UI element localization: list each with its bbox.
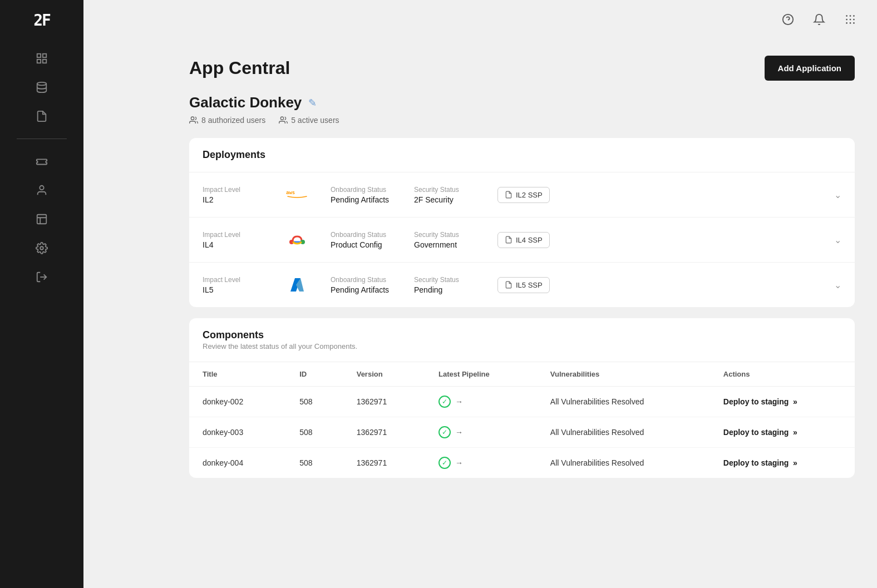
il2-security-value: 2F Security — [414, 195, 475, 204]
svg-point-21 — [281, 117, 284, 120]
row1-version: 1362971 — [343, 387, 425, 417]
deployment-row-il2: Impact Level IL2 aws Onboarding Status P… — [189, 172, 855, 218]
pipeline-arrow-icon: → — [455, 428, 463, 437]
pipeline-check-icon: ✓ — [438, 457, 451, 469]
app-meta: 8 authorized users 5 active users — [189, 116, 855, 125]
deploy-staging-button-3[interactable]: Deploy to staging » — [723, 458, 841, 467]
row3-version: 1362971 — [343, 448, 425, 478]
il4-security-value: Government — [414, 240, 475, 249]
col-title: Title — [189, 362, 286, 387]
il2-cloud-icon: aws — [286, 184, 308, 206]
sidebar-item-user[interactable] — [29, 178, 54, 202]
il5-impact-label: Impact Level — [203, 276, 264, 284]
svg-rect-6 — [37, 215, 47, 224]
apps-icon[interactable] — [840, 9, 860, 29]
il4-onboarding-field: Onboarding Status Product Config — [331, 231, 392, 249]
il5-ssp-badge[interactable]: IL5 SSP — [497, 277, 550, 293]
sidebar-item-ticket[interactable] — [29, 149, 54, 174]
row2-id: 508 — [286, 417, 343, 448]
sidebar-item-building[interactable] — [29, 207, 54, 231]
help-icon[interactable] — [778, 9, 798, 29]
svg-rect-0 — [37, 54, 41, 57]
bell-icon[interactable] — [809, 9, 829, 29]
svg-point-14 — [846, 19, 848, 21]
deployments-header: Deployments — [189, 138, 855, 172]
il5-ssp-doc-icon — [505, 281, 513, 289]
col-pipeline: Latest Pipeline — [425, 362, 537, 387]
svg-point-18 — [850, 22, 851, 24]
sidebar: 2F — [0, 0, 83, 588]
authorized-users-label: 8 authorized users — [201, 116, 265, 125]
il2-impact-value: IL2 — [203, 195, 264, 204]
il5-onboarding-value: Pending Artifacts — [331, 285, 392, 294]
active-users-label: 5 active users — [291, 116, 339, 125]
il5-cloud-icon — [286, 274, 308, 296]
svg-text:aws: aws — [286, 190, 295, 195]
components-table-body: donkey-002 508 1362971 ✓ → All Vulnerabi… — [189, 387, 855, 478]
svg-point-7 — [40, 246, 43, 250]
col-id: ID — [286, 362, 343, 387]
svg-point-15 — [850, 19, 851, 21]
svg-rect-1 — [43, 54, 46, 57]
page-header: App Central Add Application — [189, 56, 855, 81]
svg-point-5 — [40, 186, 43, 190]
deploy-staging-button-1[interactable]: Deploy to staging » — [723, 397, 841, 406]
row3-title: donkey-004 — [189, 448, 286, 478]
components-card: Components Review the latest status of a… — [189, 318, 855, 478]
il5-security-field: Security Status Pending — [414, 276, 475, 294]
il4-impact-field: Impact Level IL4 — [203, 231, 264, 249]
row2-pipeline: ✓ → — [425, 417, 537, 448]
svg-point-19 — [853, 22, 855, 24]
pipeline-check-icon: ✓ — [438, 426, 451, 438]
deployments-title: Deployments — [203, 149, 841, 161]
il5-expand-icon[interactable]: ⌄ — [834, 280, 841, 290]
il4-ssp-label: IL4 SSP — [516, 236, 543, 244]
table-row: donkey-003 508 1362971 ✓ → All Vulnerabi… — [189, 417, 855, 448]
sidebar-item-settings[interactable] — [29, 236, 54, 260]
topbar — [83, 0, 877, 39]
il2-onboarding-field: Onboarding Status Pending Artifacts — [331, 186, 392, 204]
table-row: donkey-002 508 1362971 ✓ → All Vulnerabi… — [189, 387, 855, 417]
active-users-icon — [279, 116, 288, 125]
table-row: donkey-004 508 1362971 ✓ → All Vulnerabi… — [189, 448, 855, 478]
il4-security-label: Security Status — [414, 231, 475, 239]
pipeline-arrow-icon: → — [455, 397, 463, 406]
il2-onboarding-label: Onboarding Status — [331, 186, 392, 194]
il5-onboarding-field: Onboarding Status Pending Artifacts — [331, 276, 392, 294]
deployment-row-il5: Impact Level IL5 Onboarding Status Pendi… — [189, 263, 855, 307]
sidebar-item-logout[interactable] — [29, 265, 54, 289]
app-name: Galactic Donkey — [189, 94, 302, 111]
app-title-row: Galactic Donkey ✎ — [189, 94, 855, 111]
sidebar-item-database[interactable] — [29, 75, 54, 100]
il2-onboarding-value: Pending Artifacts — [331, 195, 392, 204]
components-table: Title ID Version Latest Pipeline Vulnera… — [189, 362, 855, 478]
row3-vulnerabilities: All Vulnerabilities Resolved — [537, 448, 710, 478]
sidebar-item-file[interactable] — [29, 104, 54, 129]
add-application-button[interactable]: Add Application — [765, 56, 855, 81]
page-title: App Central — [189, 58, 290, 78]
col-vulnerabilities: Vulnerabilities — [537, 362, 710, 387]
deploy-staging-button-2[interactable]: Deploy to staging » — [723, 428, 841, 437]
il4-expand-icon[interactable]: ⌄ — [834, 235, 841, 245]
row3-id: 508 — [286, 448, 343, 478]
il5-onboarding-label: Onboarding Status — [331, 276, 392, 284]
edit-app-icon[interactable]: ✎ — [308, 97, 317, 109]
pipeline-arrow-icon: → — [455, 458, 463, 467]
il4-onboarding-value: Product Config — [331, 240, 392, 249]
il2-security-field: Security Status 2F Security — [414, 186, 475, 204]
il2-ssp-doc-icon — [505, 191, 513, 199]
il5-impact-value: IL5 — [203, 285, 264, 294]
row2-vulnerabilities: All Vulnerabilities Resolved — [537, 417, 710, 448]
components-header: Components Review the latest status of a… — [189, 318, 855, 362]
sidebar-nav — [0, 46, 83, 577]
row2-version: 1362971 — [343, 417, 425, 448]
row1-id: 508 — [286, 387, 343, 417]
components-subtitle: Review the latest status of all your Com… — [203, 342, 841, 350]
authorized-users-icon — [189, 116, 198, 125]
components-table-header-row: Title ID Version Latest Pipeline Vulnera… — [189, 362, 855, 387]
il2-ssp-badge[interactable]: IL2 SSP — [497, 187, 550, 203]
svg-rect-3 — [43, 60, 46, 63]
il4-ssp-badge[interactable]: IL4 SSP — [497, 232, 550, 248]
il2-expand-icon[interactable]: ⌄ — [834, 190, 841, 200]
sidebar-item-grid[interactable] — [29, 46, 54, 71]
